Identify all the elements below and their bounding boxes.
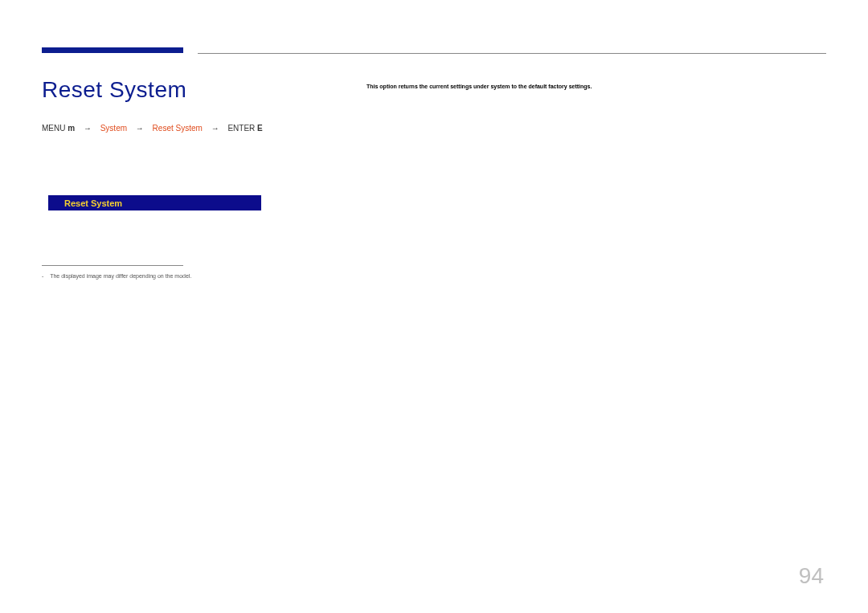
footnote-divider xyxy=(42,265,183,266)
footnote-text: The displayed image may differ depending… xyxy=(50,273,191,279)
breadcrumb-arrow-icon: → xyxy=(84,124,92,133)
breadcrumb: MENU m → System → Reset System → ENTER E xyxy=(42,124,263,133)
accent-bar xyxy=(42,47,183,53)
page-number: 94 xyxy=(799,563,824,589)
breadcrumb-system: System xyxy=(100,124,127,133)
top-divider xyxy=(198,53,826,54)
page-title: Reset System xyxy=(42,77,186,103)
breadcrumb-enter-icon: E xyxy=(257,124,263,133)
breadcrumb-menu-label: MENU xyxy=(42,124,65,133)
menu-item-label: Reset System xyxy=(64,198,122,208)
description-text: This option returns the current settings… xyxy=(366,84,592,89)
footnote-dash: - xyxy=(42,273,43,279)
breadcrumb-arrow-icon: → xyxy=(136,124,144,133)
footnote: - The displayed image may differ dependi… xyxy=(42,273,191,279)
breadcrumb-arrow-icon: → xyxy=(211,124,219,133)
breadcrumb-enter-label: ENTER xyxy=(227,124,255,133)
breadcrumb-menu-icon: m xyxy=(68,124,75,133)
menu-item-reset-system[interactable]: Reset System xyxy=(48,195,261,210)
breadcrumb-reset: Reset System xyxy=(153,124,203,133)
